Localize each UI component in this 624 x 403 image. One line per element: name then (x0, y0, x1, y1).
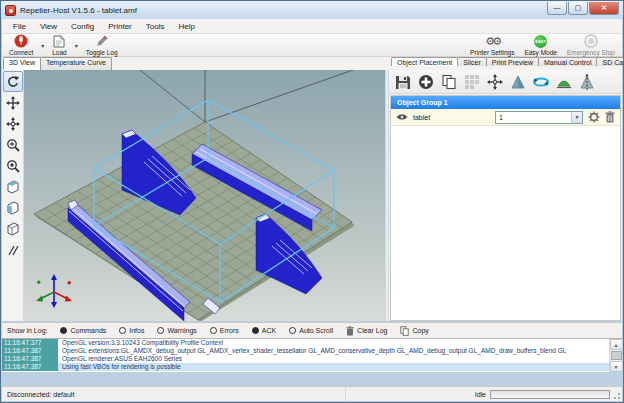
pencil-icon (95, 35, 109, 48)
add-icon (418, 74, 434, 90)
log-view: 11:16:47.377OpenGL version:3.3.10243 Com… (2, 338, 622, 372)
lay-flat-button[interactable] (554, 72, 574, 92)
connect-button[interactable]: Connect (4, 34, 38, 56)
tab-object-placement[interactable]: Object Placement (391, 57, 458, 66)
progress-bar (490, 390, 610, 399)
easy-mode-button[interactable]: EASY Easy Mode (519, 34, 562, 56)
emergency-stop-button[interactable]: Emergency Stop (562, 34, 620, 56)
view-toolbar (2, 70, 24, 321)
log-line: 11:16:47.377OpenGL version:3.3.10243 Com… (2, 339, 622, 347)
scroll-thumb[interactable] (611, 351, 622, 360)
zoom-fit-button[interactable] (3, 155, 23, 176)
gears-icon: ⚙⚙ (485, 35, 499, 48)
scale-object-button[interactable] (508, 72, 528, 92)
minimize-button[interactable]: — (547, 2, 567, 15)
object-toolbar (389, 70, 622, 94)
3d-viewport[interactable] (24, 70, 385, 321)
warnings-toggle-icon (157, 327, 164, 334)
object-row[interactable]: tablet 1 ▼ (391, 109, 620, 126)
tab-temperature-curve[interactable]: Temperature Curve (40, 57, 112, 70)
isometric-view-button[interactable] (3, 176, 23, 197)
title-bar[interactable]: Repetier-Host V1.5.6 - tablet.amf — ▢ ✕ (1, 1, 623, 19)
clear-log-trash-icon (346, 326, 354, 336)
maximize-button[interactable]: ▢ (568, 2, 588, 15)
printer-state-label: Idle (475, 391, 486, 398)
copies-dropdown[interactable]: 1 ▼ (495, 111, 583, 124)
connection-status: Disconnected: default (2, 387, 346, 401)
tab-print-preview[interactable]: Print Preview (486, 57, 539, 66)
front-view-icon (6, 201, 20, 215)
easy-mode-icon: EASY (534, 35, 547, 48)
scale-object-icon (510, 74, 526, 90)
menu-view[interactable]: View (33, 21, 64, 32)
move-viewpoint-icon (6, 117, 20, 131)
parallel-projection-button[interactable] (3, 239, 23, 260)
save-button[interactable] (393, 72, 413, 92)
log-toolbar: Show in Log: Commands Infos Warnings Err… (2, 322, 622, 338)
tab-sd-card[interactable]: SD Card (596, 57, 624, 66)
scroll-down-icon[interactable]: ▼ (610, 361, 623, 372)
auto-scroll-toggle-icon (289, 327, 296, 334)
app-icon (5, 5, 16, 16)
zoom-in-icon (6, 138, 20, 152)
clear-log-button[interactable]: Clear Log (346, 326, 387, 336)
3d-scene (24, 70, 385, 321)
connect-dropdown[interactable]: ▾ (38, 34, 47, 56)
autoposition-button[interactable] (462, 72, 482, 92)
tab-manual-control[interactable]: Manual Control (538, 57, 597, 66)
object-group-header[interactable]: Object Group 1 (391, 96, 620, 109)
isometric-view-icon (6, 180, 20, 194)
copy-log-icon (400, 326, 409, 336)
move-object-button[interactable] (3, 92, 23, 113)
toggle-log-button[interactable]: Toggle Log (81, 34, 123, 56)
copy-icon (441, 74, 457, 90)
resize-grip[interactable] (613, 392, 621, 400)
center-object-button[interactable] (485, 72, 505, 92)
app-window: Repetier-Host V1.5.6 - tablet.amf — ▢ ✕ … (0, 0, 624, 403)
rotate-object-icon (532, 74, 550, 90)
cut-object-button[interactable] (577, 72, 597, 92)
log-scrollbar[interactable]: ▲ ▼ (609, 339, 622, 372)
rotate-icon (6, 75, 20, 89)
side-view-button[interactable] (3, 218, 23, 239)
visibility-eye-icon[interactable] (396, 113, 408, 121)
copy-log-button[interactable]: Copy (400, 326, 428, 336)
printer-settings-button[interactable]: ⚙⚙ Printer Settings (465, 34, 519, 56)
load-dropdown[interactable]: ▾ (72, 34, 81, 56)
scroll-up-icon[interactable]: ▲ (610, 339, 623, 350)
side-view-icon (6, 222, 20, 236)
menu-tools[interactable]: Tools (139, 21, 172, 32)
copy-object-button[interactable] (439, 72, 459, 92)
zoom-in-button[interactable] (3, 134, 23, 155)
filter-infos[interactable]: Infos (119, 327, 144, 334)
move-icon (6, 96, 20, 110)
filter-ack[interactable]: ACK (252, 327, 276, 334)
menu-help[interactable]: Help (171, 21, 201, 32)
rotate-view-button[interactable] (3, 71, 23, 92)
front-view-button[interactable] (3, 197, 23, 218)
menu-printer[interactable]: Printer (101, 21, 139, 32)
add-object-button[interactable] (416, 72, 436, 92)
tab-slicer[interactable]: Slicer (457, 57, 487, 66)
commands-toggle-icon (60, 327, 67, 334)
tab-3d-view[interactable]: 3D View (3, 57, 41, 70)
cut-object-icon (579, 74, 595, 90)
load-button[interactable]: Load (47, 34, 71, 56)
move-viewpoint-button[interactable] (3, 113, 23, 134)
show-in-log-label: Show in Log: (7, 327, 47, 334)
filter-warnings[interactable]: Warnings (157, 327, 196, 334)
connect-icon (14, 35, 28, 48)
rotate-object-button[interactable] (531, 72, 551, 92)
load-icon (53, 35, 65, 48)
object-name: tablet (413, 114, 490, 121)
close-button[interactable]: ✕ (589, 2, 619, 15)
delete-object-trash-icon[interactable] (605, 111, 615, 123)
menu-file[interactable]: File (6, 21, 33, 32)
zoom-fit-icon (6, 159, 20, 173)
filter-auto-scroll[interactable]: Auto Scroll (289, 327, 333, 334)
emergency-stop-icon (584, 35, 598, 48)
filter-commands[interactable]: Commands (60, 327, 106, 334)
menu-config[interactable]: Config (64, 21, 101, 32)
filter-errors[interactable]: Errors (210, 327, 239, 334)
object-settings-gear-icon[interactable] (588, 111, 600, 123)
